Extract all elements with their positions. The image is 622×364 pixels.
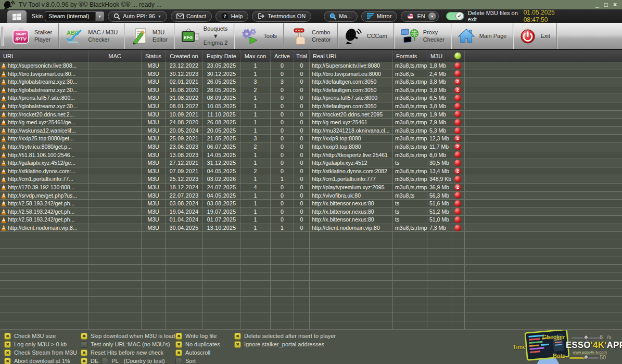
- checkbox-autoscroll[interactable]: ✖: [175, 349, 182, 356]
- cell: 14.05.2025: [203, 151, 240, 160]
- cell: 2,4 Mb: [427, 70, 451, 79]
- help-button[interactable]: ? Help: [215, 11, 249, 22]
- table-row[interactable]: http://51.81.106.100:2546...M3U13.08.202…: [0, 151, 622, 160]
- table-row[interactable]: http://prens.full57.site:800...M3U31.08.…: [0, 94, 622, 102]
- checkbox-skip-download-when-m3u-is-loaded[interactable]: ✖: [81, 333, 87, 340]
- table-row[interactable]: http://170.39.192.130:808...M3U18.12.202…: [0, 184, 622, 192]
- testmodus-button[interactable]: Testmodus ON: [252, 11, 311, 22]
- table-row[interactable]: http://supersonictv.live:808...M3U23.12.…: [0, 62, 622, 70]
- red-led-icon: [454, 151, 461, 158]
- checkbox-reset-hits-before-new-check[interactable]: ✖: [81, 349, 87, 356]
- top-toolbar: Skin Steam (internal) ▼ Auto PPI: 96 ▼ C…: [0, 9, 622, 23]
- cell: m3u8,ts,rtmp: [393, 86, 427, 95]
- column-header-mac[interactable]: MAC: [88, 50, 142, 62]
- checkbox-check-m3u-size[interactable]: ✖: [4, 333, 11, 340]
- stalker-player-button[interactable]: SMARTIPTV Stalker Player: [5, 23, 59, 49]
- footer-option-row: ✖Check M3U size: [4, 332, 77, 340]
- exit-button[interactable]: Exit: [513, 23, 556, 49]
- language-select[interactable]: EN ▼: [401, 11, 438, 22]
- cell: [88, 70, 142, 79]
- checkbox-no-duplicates[interactable]: ✖: [175, 341, 182, 348]
- table-row[interactable]: http://xxip25.top:8080/get...M3U25.09.20…: [0, 135, 622, 143]
- column-header-expiry[interactable]: Expiry Date: [203, 50, 240, 62]
- m3u-editor-button[interactable]: M3U Editor: [124, 23, 174, 49]
- mac-m3u-checker-button[interactable]: ABC MAC / M3U Checker: [59, 23, 124, 49]
- chevron-down-icon[interactable]: ▼: [428, 12, 436, 20]
- table-row[interactable]: http://2.58.193.242/get.ph...M3U03.08.20…: [0, 200, 622, 208]
- cell: 2: [240, 86, 271, 95]
- table-row[interactable]: http://client.nodomain.vip:8...M3U30.04.…: [0, 224, 622, 232]
- real-url-cell: http://defaultgen.com:3050: [310, 78, 393, 86]
- cell: 0: [271, 94, 294, 102]
- bots-slider[interactable]: [569, 357, 599, 359]
- checkbox-ignore-stalker-portal-addresses[interactable]: ✖: [234, 341, 241, 348]
- main-page-button[interactable]: Main Page: [451, 23, 514, 49]
- speed-slider[interactable]: [572, 337, 602, 339]
- checkbox-log-only-m3u-0-kb[interactable]: ✖: [4, 341, 11, 348]
- checkbox-delete-selected-after-insert-to-player[interactable]: ✖: [234, 333, 241, 340]
- table-row[interactable]: http://bro.tsvipsmart.eu:80...M3U30.12.2…: [0, 70, 622, 79]
- table-row[interactable]: http://wskunsa12.wanicelif...M3U20.05.20…: [0, 127, 622, 135]
- table-row[interactable]: http://trytv.icu:8080/get.p...M3U23.06.2…: [0, 143, 622, 151]
- cell: 51,0 Mb: [427, 216, 451, 224]
- windows-tab[interactable]: [7, 10, 27, 23]
- checkbox-write-log-file[interactable]: ✖: [175, 333, 182, 340]
- column-header-maxcon[interactable]: Max con: [240, 50, 271, 62]
- minimize-button[interactable]: _: [595, 1, 599, 9]
- column-header-active[interactable]: Active: [271, 50, 294, 62]
- proxy-checker-button[interactable]: Proxy Checker: [394, 23, 451, 49]
- cell: 10.09.2021: [166, 111, 203, 119]
- checkbox-pl[interactable]: [101, 358, 108, 364]
- footer-group-3: ✖Write log file✖No duplicates✖Autoscroll…: [175, 332, 220, 364]
- ma-button[interactable]: Ma...: [324, 11, 357, 22]
- contact-button[interactable]: Contact: [171, 11, 212, 22]
- slider-thumb[interactable]: [583, 354, 589, 360]
- checkbox-de[interactable]: ✖: [81, 358, 87, 364]
- table-row[interactable]: http://globalstreamz.xyz:30...M3U16.08.2…: [0, 86, 622, 95]
- column-header-created[interactable]: Created on: [166, 50, 203, 62]
- column-header-led[interactable]: [451, 50, 465, 62]
- cccam-button[interactable]: CCCam: [338, 23, 394, 49]
- table-row[interactable]: http://2.58.193.242/get.ph...M3U19.04.20…: [0, 208, 622, 216]
- column-header-status[interactable]: Status: [142, 50, 166, 62]
- cell: [88, 175, 142, 184]
- checkbox-test-only-url-mac-no-m3u-s[interactable]: [81, 341, 87, 348]
- column-header-m3u[interactable]: M3U: [427, 50, 451, 62]
- table-header: URL MAC Status Created on Expiry Date Ma…: [0, 50, 622, 62]
- combo-creator-button[interactable]: Combo Creator: [284, 23, 338, 49]
- table-row[interactable]: http://g-med.xyz:25461/ge...M3U24.08.202…: [0, 119, 622, 127]
- mirror-button[interactable]: Mirror: [361, 11, 398, 22]
- checkbox-abort-download-at-1[interactable]: ✖: [4, 358, 11, 364]
- cell: 28.05.2025: [203, 86, 240, 95]
- cell: 1: [240, 151, 271, 160]
- checkbox-sort[interactable]: [175, 358, 182, 364]
- svg-text:?: ?: [223, 14, 226, 19]
- table-row[interactable]: http://cm1.portaltv.info:77...M3U25.12.2…: [0, 175, 622, 184]
- delete-m3u-toggle[interactable]: ✔: [446, 12, 464, 20]
- cell: 3: [271, 78, 294, 86]
- column-header-realurl[interactable]: Real URL: [310, 50, 393, 62]
- bouquets-enigma2-button[interactable]: EPG Bouquets ▼ Enigma 2: [174, 23, 234, 49]
- led-cell: [451, 224, 465, 232]
- column-header-trial[interactable]: Trial: [294, 50, 310, 62]
- table-row[interactable]: http://srvdp.me/get.php?us...M3U22.07.20…: [0, 192, 622, 200]
- column-header-url[interactable]: URL: [0, 50, 88, 62]
- checkbox-check-stream-from-m3u[interactable]: ✖: [4, 349, 11, 356]
- close-button[interactable]: ×: [613, 1, 617, 9]
- cone-icon: [1, 71, 6, 77]
- tools-button[interactable]: Tools: [234, 23, 284, 49]
- chevron-down-icon[interactable]: ▼: [95, 12, 104, 21]
- skin-select[interactable]: Steam (internal) ▼: [45, 11, 104, 21]
- slider-thumb[interactable]: [583, 334, 589, 340]
- column-header-formats[interactable]: Formats: [393, 50, 427, 62]
- maximize-button[interactable]: □: [604, 1, 608, 9]
- cell: 26.08.2025: [203, 119, 240, 127]
- table-row[interactable]: http://globalstreamz.xyz:30...M3U02.01.2…: [0, 78, 622, 86]
- table-row[interactable]: http://globalstreamz.xyz:30...M3U08.01.2…: [0, 102, 622, 111]
- esso-4k-apps-logo: ESSO'4K'APPS: [566, 340, 622, 350]
- table-row[interactable]: http://rocket20.ddns.net:2...M3U10.09.20…: [0, 111, 622, 119]
- table-row[interactable]: http://2.58.193.242/get.ph...M3U01.04.20…: [0, 216, 622, 224]
- auto-ppi-button[interactable]: Auto PPI: 96 ▼: [108, 11, 167, 22]
- table-row[interactable]: http://stklatino.dynns.com:...M3U07.09.2…: [0, 167, 622, 176]
- table-row[interactable]: http://galaiptv.xyz:4512/ge...M3U27.12.2…: [0, 159, 622, 167]
